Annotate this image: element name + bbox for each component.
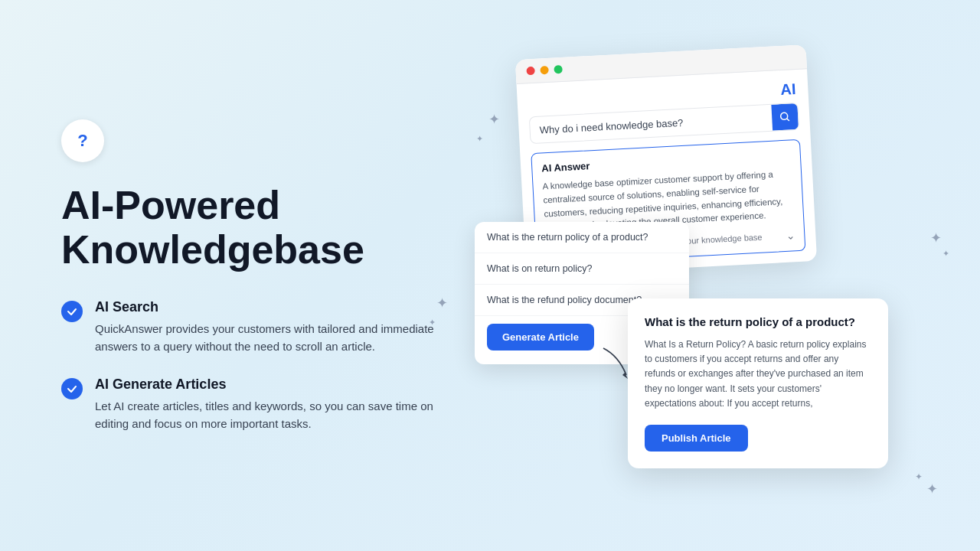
feature-desc-ai-search: QuickAnswer provides your customers with… (95, 320, 459, 356)
sparkle-icon-8: ✦ (915, 471, 923, 482)
feature-ai-generate: AI Generate Articles Let AI create artic… (61, 377, 459, 433)
dot-red (526, 67, 535, 76)
feature-desc-ai-generate: Let AI create articles, titles and keywo… (95, 397, 459, 433)
check-icon-ai-search (61, 301, 83, 322)
search-input[interactable]: Why do i need knowledge base? (530, 105, 773, 142)
feature-text-ai-search: AI Search QuickAnswer provides your cust… (95, 299, 459, 356)
sparkle-icon-5: ✦ (930, 230, 942, 246)
feature-text-ai-generate: AI Generate Articles Let AI create artic… (95, 377, 459, 433)
article-preview-card: What is the return policy of a product? … (628, 298, 888, 468)
sparkle-icon-3: ✦ (436, 295, 448, 311)
feature-title-ai-generate: AI Generate Articles (95, 377, 459, 393)
suggestion-item-1[interactable]: What is the return policy of a product? (475, 222, 689, 253)
dot-yellow (540, 66, 549, 75)
chevron-down-icon: ⌄ (786, 230, 795, 243)
right-panel: AI Why do i need knowledge base? AI Answ… (429, 0, 980, 551)
feature-title-ai-search: AI Search (95, 299, 459, 315)
main-title: AI-Powered Knowledgebase (61, 184, 459, 271)
publish-article-button[interactable]: Publish Article (645, 425, 748, 452)
sparkle-icon-1: ✦ (488, 111, 500, 128)
sparkle-icon-2: ✦ (476, 134, 483, 144)
generate-article-button[interactable]: Generate Article (487, 324, 594, 350)
sparkle-icon-6: ✦ (942, 249, 949, 259)
feature-ai-search: AI Search QuickAnswer provides your cust… (61, 299, 459, 356)
dot-green (554, 65, 563, 74)
article-card-title: What is the return policy of a product? (645, 315, 871, 328)
article-card-body: What Is a Return Policy? A basic return … (645, 337, 871, 411)
check-icon-ai-generate (61, 378, 83, 399)
question-mark: ? (77, 131, 87, 151)
sparkle-icon-4: ✦ (429, 318, 436, 328)
question-icon: ? (61, 119, 104, 162)
search-button[interactable] (771, 103, 799, 131)
suggestion-item-2[interactable]: What is on return policy? (475, 253, 689, 285)
sparkle-icon-7: ✦ (926, 481, 938, 497)
left-panel: ? AI-Powered Knowledgebase AI Search Qui… (61, 0, 459, 551)
